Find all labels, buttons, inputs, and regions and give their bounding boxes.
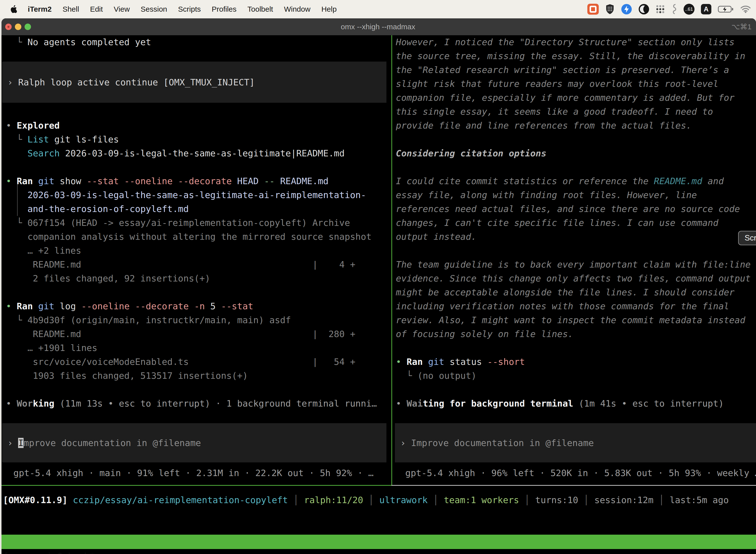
screen-share-tooltip[interactable]: Scre [738,231,756,245]
terminal-row [396,383,756,397]
menu-item-list: iTerm2ShellEditViewSessionScriptsProfile… [28,5,336,13]
terminal-row: Search 2026-03-09-is-legal-the-same-as-l… [6,147,390,160]
text-segment: Ran [406,357,423,367]
prompt-chevron: › [400,438,411,448]
left-model-status: gpt-5.4 xhigh · main · 91% left · 2.31M … [13,466,374,480]
terminal-row: └ No agents completed yet [6,35,390,49]
menu-bar: iTerm2ShellEditViewSessionScriptsProfile… [0,0,756,18]
menu-item-scripts[interactable]: Scripts [178,5,201,13]
terminal-row: • Working (11m 13s • esc to interrupt) ·… [6,397,390,410]
terminal-row: review. Also, I might want to inspect th… [396,313,756,327]
terminal-row: … +1901 lines [6,341,390,355]
text-segment: essay file, along with finding root file… [396,190,697,200]
pane-divider-vertical[interactable] [391,35,392,485]
text-segment: Search [27,148,60,158]
text-segment: [OMX#0.11.9] [3,495,67,505]
terminal-row: README.md | 4 + [6,258,390,272]
menu-item-window[interactable]: Window [284,5,311,13]
text-segment: team:1 workers [444,495,519,505]
apple-menu-icon[interactable] [10,5,17,13]
terminal-row: of focusing solely on file lines. [396,327,756,341]
text-segment: └ [6,134,27,145]
text-cursor: I [18,438,23,448]
terminal-row: slight risk that future readers may over… [396,77,756,91]
menu-item-session[interactable]: Session [141,5,167,13]
text-segment: turns:10 [535,495,578,505]
text-segment [6,148,27,158]
chat-bubble-icon[interactable] [587,4,599,15]
right-input-box[interactable]: › Improve documentation in @filename [395,423,756,462]
text-segment: the "Related research writing" section i… [396,65,729,75]
window-shortcut-badge: ⌥⌘1 [732,18,752,35]
terminal-row: … +2 lines [6,244,390,258]
keyboard-layout-icon[interactable]: A [701,4,711,14]
omx-status-bar: [OMX#0.11.9] cczip/essay/ai-reimplementa… [3,493,729,507]
terminal-row: • Explored [6,119,390,132]
menu-item-view[interactable]: View [114,5,130,13]
menu-item-toolbelt[interactable]: Toolbelt [248,5,273,13]
text-segment: │ [653,495,670,505]
text-segment: … +1901 lines [6,343,97,353]
pane-divider-horizontal-right [391,485,756,486]
text-segment: │ [363,495,379,505]
text-segment: │ [578,495,594,505]
prompt-chevron: › [7,438,18,448]
text-segment: -- [264,176,274,186]
text-segment: Explored [17,120,60,130]
text-segment: slight risk that future readers may over… [396,79,718,89]
text-segment: show [54,176,86,186]
menu-item-help[interactable]: Help [321,5,337,13]
terminal-row: evidence. Since this change only affects… [396,272,756,285]
text-segment: The team guideline is to back every impo… [396,259,751,270]
text-segment: No agents completed yet [27,37,151,47]
dots-grid-icon[interactable] [656,5,665,14]
terminal-row [396,341,756,355]
text-segment: │ [428,495,444,505]
prompt-chevron: › [7,77,18,88]
text-segment: changes, I can't cite specific file line… [396,218,718,228]
text-segment: • [6,398,17,408]
percent-badge-icon[interactable]: ..61 [684,4,694,15]
text-segment: Wor [17,398,33,408]
terminal-row: companion analysis without altering the … [6,230,390,244]
text-segment: (11m 13s • esc to interrupt) · 1 backgro… [54,398,377,408]
terminal-row: changes, I can't cite specific file line… [396,216,756,230]
text-segment: README.md [654,176,702,186]
text-segment: companion file, especially if more comme… [396,93,735,103]
menu-item-edit[interactable]: Edit [90,5,103,13]
text-segment: 1903 files changed, 513517 insertions(+) [6,371,248,381]
squiggle-icon[interactable] [671,3,677,15]
text-segment: evidence. Since this change only affects… [396,273,751,283]
shield-grid-icon[interactable] [605,4,615,15]
terminal-row: including verification notes with those … [396,299,756,313]
text-segment: king [33,398,54,408]
terminal-row: └ List git ls-files [6,132,390,147]
text-segment: --stat --oneline --decorate [86,176,232,186]
text-segment: --oneline --decorate -n [81,301,205,311]
text-segment: and-the-erosion-of-copyleft.md [6,204,189,214]
text-segment: references need actual files, and since … [396,204,740,214]
text-segment: ralph:11/20 [304,495,363,505]
menu-item-shell[interactable]: Shell [63,5,79,13]
wifi-icon[interactable] [741,5,751,13]
text-segment: • [396,398,406,408]
terminal-row: the source tree, missing the essay. Stil… [396,49,756,63]
text-segment [67,495,73,505]
text-segment: Ran [17,176,33,186]
text-segment: 2 files changed, 92 insertions(+) [6,273,210,283]
crescent-icon[interactable] [638,4,649,15]
text-segment [33,176,38,186]
terminal-row: 2 files changed, 92 insertions(+) [6,272,390,285]
tmux-session-label[interactable]: [omx-cczip0:bash* [3,549,95,554]
text-segment: 2026-03-09-is-legal-the-same-as-legitima… [60,148,345,158]
battery-icon[interactable] [718,5,734,13]
menu-item-iterm2[interactable]: iTerm2 [28,5,52,13]
text-segment: 5 [205,301,221,311]
window-title: omx --xhigh --madmax [0,18,756,35]
menu-item-profiles[interactable]: Profiles [211,5,236,13]
text-segment: However, I noticed the "Directory Struct… [396,37,735,47]
terminal-row: output instead. [396,230,756,244]
terminal-row: 1903 files changed, 513517 insertions(+) [6,369,390,383]
left-input-box[interactable]: › Improve documentation in @filename [2,423,386,462]
blue-bolt-icon[interactable] [621,4,632,15]
